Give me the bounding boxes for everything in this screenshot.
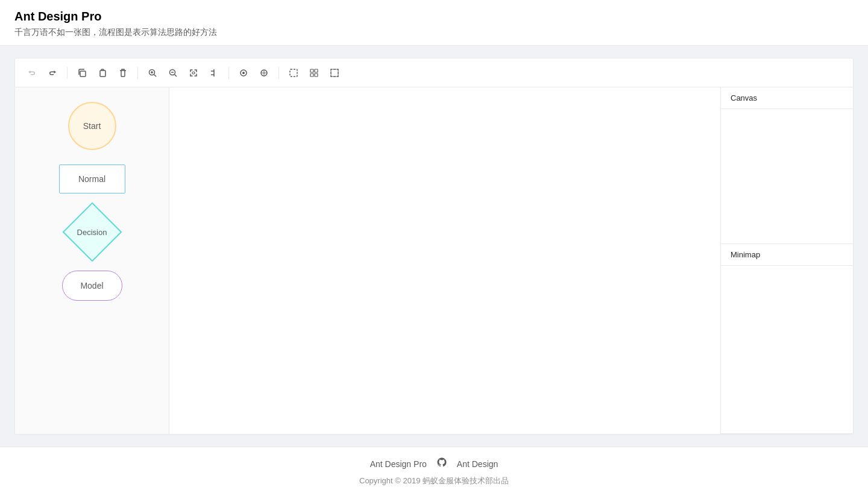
svg-line-3 <box>154 74 157 77</box>
select-group <box>284 63 344 83</box>
footer: Ant Design Pro Ant Design Copyright © 20… <box>0 447 868 496</box>
node-normal[interactable]: Normal <box>59 165 125 193</box>
canvas-section-header: Canvas <box>721 87 853 109</box>
svg-point-14 <box>242 72 245 74</box>
footer-link-pro[interactable]: Ant Design Pro <box>370 459 427 469</box>
copy-button[interactable] <box>72 63 92 83</box>
editor-body: Start Normal Decision Model <box>15 87 853 434</box>
node-decision[interactable]: Decision <box>68 208 116 256</box>
edit-group <box>72 63 133 83</box>
svg-rect-1 <box>100 71 105 77</box>
select-all-button[interactable] <box>304 63 324 83</box>
node-start[interactable]: Start <box>68 102 116 150</box>
editor-container: Start Normal Decision Model <box>14 58 854 435</box>
node-model-label: Model <box>80 281 103 290</box>
fit-button[interactable] <box>184 63 203 83</box>
node-start-label: Start <box>83 121 101 131</box>
workspace: Start Normal Decision Model <box>0 46 868 447</box>
node-model[interactable]: Model <box>62 271 122 301</box>
app-title: Ant Design Pro <box>14 10 854 24</box>
right-panel: Canvas Minimap <box>720 87 853 434</box>
svg-rect-0 <box>80 71 86 77</box>
node-normal-label: Normal <box>78 174 105 184</box>
minimap-section-header: Minimap <box>721 244 853 266</box>
undo-button[interactable] <box>22 63 42 83</box>
history-group <box>22 63 62 83</box>
divider-1 <box>67 67 68 79</box>
toolbar <box>15 58 853 87</box>
redo-button[interactable] <box>43 63 62 83</box>
minimap-section: Minimap <box>721 244 853 434</box>
group-button[interactable] <box>254 63 274 83</box>
svg-line-7 <box>175 74 177 77</box>
footer-links: Ant Design Pro Ant Design <box>0 457 868 471</box>
zoom-out-button[interactable] <box>163 63 183 83</box>
divider-3 <box>228 67 229 79</box>
box-select-button[interactable] <box>325 63 344 83</box>
node-decision-label: Decision <box>77 228 107 237</box>
snap-button[interactable] <box>234 63 253 83</box>
header: Ant Design Pro 千言万语不如一张图，流程图是表示算法思路的好方法 <box>0 0 868 46</box>
zoom-in-button[interactable] <box>143 63 162 83</box>
left-panel: Start Normal Decision Model <box>15 87 169 434</box>
canvas-section: Canvas <box>721 87 853 244</box>
delete-button[interactable] <box>113 63 133 83</box>
svg-rect-21 <box>310 74 313 77</box>
svg-point-9 <box>192 72 195 74</box>
svg-rect-18 <box>290 69 297 77</box>
select-button[interactable] <box>284 63 303 83</box>
svg-rect-22 <box>315 74 318 77</box>
snap-group <box>234 63 274 83</box>
footer-link-antd[interactable]: Ant Design <box>457 459 498 469</box>
footer-copyright: Copyright © 2019 蚂蚁金服体验技术部出品 <box>0 476 868 486</box>
app-subtitle: 千言万语不如一张图，流程图是表示算法思路的好方法 <box>14 27 854 38</box>
divider-4 <box>278 67 279 79</box>
github-icon[interactable] <box>436 457 447 471</box>
svg-rect-19 <box>310 69 313 72</box>
paste-button[interactable] <box>93 63 112 83</box>
divider-2 <box>137 67 138 79</box>
canvas-area[interactable] <box>169 87 720 434</box>
align-button[interactable] <box>204 63 224 83</box>
zoom-group <box>143 63 224 83</box>
svg-rect-20 <box>315 69 318 72</box>
minimap-content <box>721 266 853 386</box>
